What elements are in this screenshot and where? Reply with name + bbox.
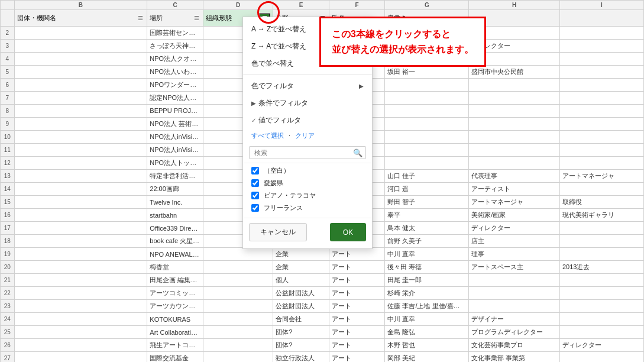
ok-button[interactable]: OK [330,223,366,241]
table-cell: 前野 久美子 [385,235,469,248]
sort-az-label: A → Zで並べ替え [251,24,306,34]
table-cell [560,183,644,196]
table-cell [560,118,644,131]
table-cell: 団体? [273,339,329,352]
table-cell: 岡部 美紀 [385,352,469,363]
col-header-i [560,10,644,27]
table-cell: アートマネージャ [560,170,644,183]
tooltip-line1: この3本線をクリックすると [332,27,474,42]
col-letter-f: F [329,1,385,10]
row-num: 7 [1,92,15,105]
table-cell: 特定非営利活動法人J [147,170,203,183]
table-cell [560,53,644,66]
search-input[interactable] [249,146,366,159]
checkbox-input[interactable] [251,167,259,174]
row-num: 22 [1,287,15,300]
filter-c-button[interactable]: ☰ [193,15,200,21]
table-cell: NPO法人inVisible [147,131,203,144]
table-cell [385,157,469,170]
checkbox-label: 愛媛県 [264,179,283,188]
checkbox-item[interactable]: 愛媛県 [243,177,372,189]
col-letter-h: H [469,1,560,10]
filter-color-item[interactable]: 色でフィルタ ▶ [243,77,372,95]
table-cell [560,274,644,287]
table-cell [385,118,469,131]
table-cell [560,222,644,235]
filter-condition-item[interactable]: ▶ 条件でフィルタ [243,95,372,112]
table-cell [560,300,644,313]
dropdown-footer: キャンセル OK [243,218,372,245]
table-cell: 田尾 圭一郎 [385,274,469,287]
checkbox-input[interactable] [251,204,259,212]
table-cell: 野田 智子 [385,196,469,209]
table-cell [560,352,644,363]
filter-color-arrow: ▶ [359,83,364,89]
table-cell [560,326,644,339]
table-cell: 飛生アートコミュニテ [147,339,203,352]
table-row: 20梅香堂企業アート後々田 寿徳アートスペース主2013近去 [1,261,644,274]
table-cell: 金島 隆弘 [385,326,469,339]
col-header-b: 団体・機関名 ☰ [14,10,147,27]
filter-value-label: 値でフィルタ [258,115,301,125]
table-cell: 中川 直幸 [385,248,469,261]
table-cell: 公益財団法人 [273,300,329,313]
table-cell [14,157,147,170]
table-cell: 佐藤 李吉/上地 里佳/嘉原 妙/中田 一会/坂本 有理/ [385,300,469,313]
table-cell [560,248,644,261]
filter-value-item[interactable]: ✓ 値でフィルタ [243,112,372,129]
table-cell [469,79,560,92]
table-cell [14,183,147,196]
table-cell: ディレクター [560,339,644,352]
table-row: 21田尾企画 編集室・代個人アート田尾 圭一郎 [1,274,644,287]
table-cell [560,105,644,118]
table-cell: アート [329,313,385,326]
clear-link[interactable]: クリア [295,131,315,140]
checkbox-input[interactable] [251,179,259,187]
search-box: 🔍 [249,146,366,159]
table-cell: 代表理事 [469,170,560,183]
checkbox-input[interactable] [251,192,259,199]
table-cell: NPO法人トッピング [147,157,203,170]
checkbox-label: ピアノ・テラコヤ [264,191,316,200]
checkbox-item[interactable]: フリーランス [243,202,372,214]
table-cell: ディレクター [469,222,560,235]
table-cell: BEPPU PROJECT 事務局 [147,105,203,118]
table-cell [203,248,273,261]
row-num: 12 [1,157,15,170]
table-cell [203,326,273,339]
table-cell [14,313,147,326]
table-cell: NPO法人クオリティア [147,53,203,66]
checkbox-item[interactable]: （空白） [243,164,372,177]
row-num: 18 [1,235,15,248]
table-cell [560,66,644,79]
table-cell: アーツカウンシル東京 [147,300,203,313]
table-row: 22アーツコミッション・公益財団法人アート杉崎 栄介 [1,287,644,300]
col-letter-a [1,1,15,10]
table-cell [203,261,273,274]
table-cell: startbahn [147,209,203,222]
table-cell [560,79,644,92]
checkbox-item[interactable]: ピアノ・テラコヤ [243,189,372,202]
col-b-label: 団体・機関名 [17,14,56,22]
col-letter-d: D [203,1,273,10]
table-cell: アート [329,261,385,274]
filter-condition-label: 条件でフィルタ [258,98,308,108]
table-cell: アートマネージャ [469,196,560,209]
table-cell [469,118,560,131]
tooltip-box: この3本線をクリックすると 並び替えの選択が表示されます。 [319,17,486,67]
col-d-label: 組織形態 [206,14,232,22]
table-cell [560,287,644,300]
table-cell: NPO法人inVisible [147,144,203,157]
separator-1 [243,75,372,75]
col-letter-i: I [560,1,644,10]
filter-b-button[interactable]: ☰ [137,15,144,21]
select-all-link[interactable]: すべて選択 [251,131,284,140]
table-cell [14,274,147,287]
table-cell [469,274,560,287]
table-cell [14,222,147,235]
table-cell [203,313,273,326]
cancel-button[interactable]: キャンセル [249,223,307,241]
table-cell: 文化事業部 事業第 [469,352,560,363]
table-cell: プログラムディレクター [469,326,560,339]
row-num: 8 [1,105,15,118]
